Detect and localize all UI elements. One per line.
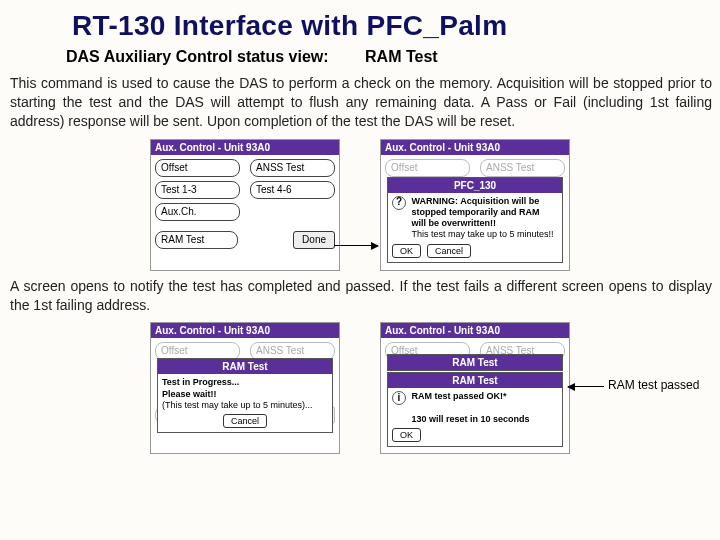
ram-test-bar: RAM Test	[387, 354, 563, 371]
row-2: Aux. Control - Unit 93A0 Offset ANSS Tes…	[0, 322, 720, 454]
test-4-6-button[interactable]: Test 4-6	[250, 181, 335, 199]
ok-button[interactable]: OK	[392, 244, 421, 258]
dialog-title: RAM Test	[388, 373, 562, 388]
slide-subtitle: DAS Auxiliary Control status view: RAM T…	[66, 48, 720, 66]
aux-control-panel-warning: Aux. Control - Unit 93A0 Offset ANSS Tes…	[380, 139, 570, 271]
row-1: Aux. Control - Unit 93A0 Offset ANSS Tes…	[0, 139, 720, 271]
warning-dialog: PFC_130 ? WARNING: Acquisition will be s…	[387, 177, 563, 263]
offset-button: Offset	[385, 159, 470, 177]
panel-header: Aux. Control - Unit 93A0	[151, 140, 339, 155]
dialog-title: RAM Test	[158, 359, 332, 374]
subtitle-right: RAM Test	[365, 48, 438, 65]
ram-test-button[interactable]: RAM Test	[155, 231, 238, 249]
aux-control-panel-passed: Aux. Control - Unit 93A0 Offset ANSS Tes…	[380, 322, 570, 454]
progress-line1: Test in Progress...	[162, 377, 239, 387]
pass-dialog: RAM Test i RAM test passed OK!* 130 will…	[387, 372, 563, 447]
progress-line2: Please wait!!	[162, 389, 217, 399]
test-1-3-button[interactable]: Test 1-3	[155, 181, 240, 199]
panel-header: Aux. Control - Unit 93A0	[151, 323, 339, 338]
paragraph-1: This command is used to cause the DAS to…	[10, 74, 712, 131]
done-button[interactable]: Done	[293, 231, 335, 249]
dialog-message: RAM test passed OK!* 130 will reset in 1…	[412, 391, 556, 425]
panel-header: Aux. Control - Unit 93A0	[381, 140, 569, 155]
dialog-title: PFC_130	[388, 178, 562, 193]
anss-test-button[interactable]: ANSS Test	[250, 159, 335, 177]
arrow-icon	[334, 245, 378, 246]
pass-line2: 130 will reset in 10 seconds	[412, 414, 530, 424]
ok-button[interactable]: OK	[392, 428, 421, 442]
question-icon: ?	[392, 196, 406, 210]
progress-dialog: RAM Test Test in Progress... Please wait…	[157, 358, 333, 433]
slide-title: RT-130 Interface with PFC_Palm	[72, 10, 720, 42]
warning-bold-text: WARNING: Acquisition will be stopped tem…	[412, 196, 540, 229]
callout-arrow-icon	[568, 386, 604, 387]
cancel-button[interactable]: Cancel	[427, 244, 471, 258]
dialog-title: RAM Test	[388, 355, 562, 370]
aux-control-panel-normal: Aux. Control - Unit 93A0 Offset ANSS Tes…	[150, 139, 340, 271]
cancel-button[interactable]: Cancel	[223, 414, 267, 428]
dialog-message: WARNING: Acquisition will be stopped tem…	[412, 196, 556, 241]
aux-ch-button[interactable]: Aux.Ch.	[155, 203, 240, 221]
pass-line1: RAM test passed OK!*	[412, 391, 507, 401]
warning-plain-text: This test may take up to 5 minutes!!	[412, 229, 554, 239]
subtitle-left: DAS Auxiliary Control status view:	[66, 48, 329, 65]
paragraph-2: A screen opens to notify the test has co…	[10, 277, 712, 315]
progress-line3: (This test may take up to 5 minutes)...	[162, 400, 313, 410]
info-icon: i	[392, 391, 406, 405]
callout-text: RAM test passed	[608, 378, 699, 392]
panel-header: Aux. Control - Unit 93A0	[381, 323, 569, 338]
offset-button[interactable]: Offset	[155, 159, 240, 177]
anss-test-button: ANSS Test	[480, 159, 565, 177]
aux-control-panel-progress: Aux. Control - Unit 93A0 Offset ANSS Tes…	[150, 322, 340, 454]
